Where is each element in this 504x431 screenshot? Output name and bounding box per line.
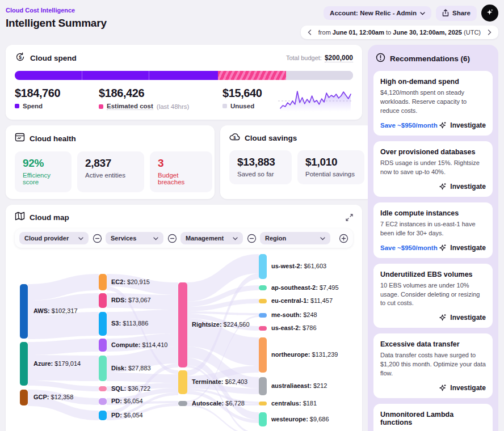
date-range-text: from June 01, 12:00am to June 30, 12:00a…: [318, 29, 481, 36]
sankey-node-uswest2[interactable]: [259, 254, 267, 279]
cloud-health-title: Cloud health: [30, 134, 76, 143]
recommendation-card: Excessive data transferData transfer cos…: [373, 333, 493, 398]
sankey-node-label: Terminate: $62,403: [192, 378, 247, 385]
unused-swatch: [222, 104, 227, 108]
save-estimate[interactable]: Save ~$950/month: [380, 244, 438, 251]
investigate-button[interactable]: Investigate: [439, 314, 486, 322]
sparkle-icon: [486, 8, 494, 19]
filter-group: Region: [247, 232, 330, 244]
sankey-node-useast2[interactable]: [259, 326, 267, 331]
page-title: Intelligent Summary: [6, 17, 107, 29]
sankey-link: [28, 355, 99, 381]
add-filter-button[interactable]: [339, 234, 348, 243]
sankey-node-label: eu-central-1: $11,457: [271, 297, 333, 304]
sankey-node-label: us-east-2: $786: [271, 324, 317, 331]
estimated-overrun-segment: [218, 71, 286, 80]
filter-label: Region: [265, 235, 286, 242]
date-prev-button[interactable]: [306, 29, 313, 35]
investigate-sparkle-icon: [439, 314, 447, 322]
remove-filter-icon[interactable]: [247, 234, 257, 243]
investigate-label: Investigate: [450, 183, 486, 191]
sankey-node-autoscale[interactable]: [178, 401, 187, 406]
sankey-node-ec2[interactable]: [99, 274, 107, 290]
sankey-node-neur[interactable]: [259, 337, 267, 373]
share-label: Share: [452, 10, 471, 16]
recommendation-card: High on-demand spend$4,120/month spent o…: [373, 71, 493, 136]
sankey-node-apse2[interactable]: [259, 285, 267, 290]
filter-dropdown-cloud-provider[interactable]: Cloud provider: [19, 232, 89, 244]
sankey-node-ause[interactable]: [259, 377, 267, 395]
recommendation-footer: Investigate: [380, 314, 486, 322]
cloud-map-title: Cloud map: [30, 213, 69, 222]
sankey-node-mesouth[interactable]: [259, 313, 267, 318]
total-budget-value[interactable]: $200,000: [325, 54, 353, 62]
sankey-node-disk[interactable]: [99, 356, 107, 381]
metric-cards-row: Cloud health 92% Efficiency score 2,837 …: [6, 125, 362, 199]
sankey-node-label: PD: $6,054: [111, 398, 143, 404]
share-button[interactable]: Share: [436, 6, 477, 21]
date-range-picker[interactable]: from June 01, 12:00am to June 30, 12:00a…: [301, 26, 498, 39]
investigate-button[interactable]: Investigate: [439, 121, 486, 129]
cloud-health-icon: [15, 132, 25, 145]
sankey-node-compute[interactable]: [99, 339, 107, 352]
filter-group: Cloud provider: [19, 232, 89, 244]
cloud-savings-icon: $: [229, 132, 240, 143]
sankey-node-azure[interactable]: [20, 342, 28, 386]
expand-icon[interactable]: [346, 214, 353, 221]
chevron-down-icon: [78, 235, 83, 242]
sankey-node-label: northeurope: $131,239: [271, 351, 338, 358]
sankey-node-pd2[interactable]: [99, 411, 107, 420]
filter-dropdown-services[interactable]: Services: [106, 232, 163, 244]
top-bar: Cloud Cost Intelligence Intelligent Summ…: [6, 5, 498, 39]
sankey-node-euc1[interactable]: [259, 299, 267, 303]
sankey-node-label: S3: $113,886: [111, 320, 148, 327]
sankey-node-sql[interactable]: [99, 386, 107, 391]
save-estimate[interactable]: Save ~$950/month: [380, 122, 438, 129]
remove-filter-icon[interactable]: [93, 234, 102, 243]
spend-segment: [15, 71, 218, 80]
filter-label: Cloud provider: [24, 235, 69, 242]
recommendation-title: Over provisioned databases: [380, 148, 486, 156]
investigate-button[interactable]: Investigate: [439, 244, 486, 252]
recommendation-title: Idle compute instances: [380, 209, 486, 217]
sankey-node-gcp[interactable]: [20, 390, 28, 405]
investigate-sparkle-icon: [439, 244, 447, 252]
investigate-button[interactable]: Investigate: [439, 183, 486, 191]
cloud-map-card: Cloud map Cloud providerServicesManageme…: [6, 205, 362, 431]
sankey-node-terminate[interactable]: [178, 370, 187, 394]
sankey-node-cus[interactable]: [259, 402, 267, 405]
recommendation-card: Idle compute instances7 EC2 instances in…: [373, 202, 493, 258]
efficiency-score-tile: 92% Efficiency score: [15, 151, 72, 192]
recommendation-body: 10 EBS volumes are under 10% usage. Cons…: [380, 281, 486, 309]
investigate-button[interactable]: Investigate: [439, 384, 486, 392]
account-selector[interactable]: Account: New Relic - Admin: [324, 6, 431, 20]
title-block: Cloud Cost Intelligence Intelligent Summ…: [6, 5, 107, 29]
filter-bar: Cloud providerServicesManagementRegion: [15, 229, 353, 248]
recommendation-title: Underutilized EBS volumes: [380, 271, 486, 278]
cloud-health-card: Cloud health 92% Efficiency score 2,837 …: [6, 125, 215, 199]
recommendation-card: Unmonitored Lambda functions5 Lambda fun…: [373, 404, 493, 431]
sankey-node-label: EC2: $20,915: [111, 278, 150, 285]
segment-divider: [149, 71, 149, 80]
sankey-node-s3[interactable]: [99, 312, 107, 336]
recommendation-card: Over provisioned databasesRDS usage is u…: [373, 141, 493, 197]
date-next-button[interactable]: [486, 29, 493, 35]
sankey-diagram: AWS: $102,317Azure: $179,014GCP: $12,358…: [15, 252, 353, 431]
ai-assistant-button[interactable]: [481, 5, 498, 22]
remove-filter-icon[interactable]: [167, 234, 177, 243]
budget-progress-bar[interactable]: [15, 71, 353, 80]
sankey-node-label: Rightsize: $224,560: [192, 321, 250, 328]
sankey-node-weur[interactable]: [259, 412, 267, 426]
unused-stat: $15,640 Unused: [222, 87, 278, 109]
recommendations-title: Recommendations (6): [390, 54, 470, 63]
sankey-node-rds[interactable]: [99, 293, 107, 308]
breadcrumb[interactable]: Cloud Cost Intelligence: [6, 7, 107, 14]
filter-dropdown-management[interactable]: Management: [180, 232, 243, 244]
recommendation-footer: Investigate: [380, 384, 486, 392]
sankey-node-aws[interactable]: [20, 284, 28, 339]
recommendations-panel: Recommendations (6) High on-demand spend…: [368, 45, 498, 431]
map-icon: [15, 212, 25, 223]
sankey-node-pd1[interactable]: [99, 398, 107, 405]
filter-dropdown-region[interactable]: Region: [260, 232, 330, 244]
sankey-node-rightsize[interactable]: [178, 282, 187, 367]
